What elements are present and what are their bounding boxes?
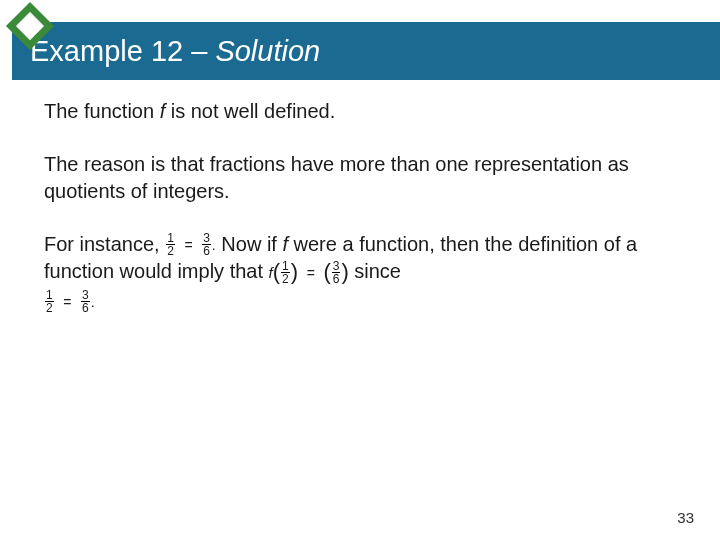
text: is not well defined. <box>165 100 335 122</box>
text: Now if <box>221 233 282 255</box>
text: since <box>354 260 401 282</box>
diamond-icon <box>8 4 52 48</box>
title-bar: Example 12 – Solution <box>12 22 720 80</box>
paragraph-3: For instance, 1 2 = 3 6 . Now if f were … <box>44 231 676 315</box>
close-paren: ) <box>341 259 348 284</box>
fraction-half: 12 <box>281 260 290 285</box>
open-paren: ( <box>273 259 280 284</box>
equals-sign: = <box>307 265 315 281</box>
equals-sign: = <box>184 237 192 253</box>
equals-sign: = <box>63 294 71 310</box>
fraction-three-sixths: 3 6 <box>202 232 211 257</box>
open-paren: ( <box>323 259 330 284</box>
fraction-three-sixths: 3 6 <box>81 289 90 314</box>
fraction-half: 1 2 <box>166 232 175 257</box>
text: For instance, <box>44 233 165 255</box>
fraction-half: 1 2 <box>45 289 54 314</box>
page-number: 33 <box>677 509 694 526</box>
paragraph-2: The reason is that fractions have more t… <box>44 151 676 205</box>
period: . <box>91 294 95 310</box>
period: . <box>212 237 216 253</box>
slide-body: The function f is not well defined. The … <box>44 98 676 341</box>
text: The function <box>44 100 160 122</box>
title-prefix: Example 12 – <box>30 35 215 67</box>
paragraph-1: The function f is not well defined. <box>44 98 676 125</box>
fraction-three-sixths: 36 <box>332 260 341 285</box>
title-italic: Solution <box>215 35 320 67</box>
close-paren: ) <box>291 259 298 284</box>
text: The reason is that fractions have more t… <box>44 153 629 202</box>
math-expr: f(12) = (36) <box>269 260 355 282</box>
slide-title: Example 12 – Solution <box>30 35 320 68</box>
